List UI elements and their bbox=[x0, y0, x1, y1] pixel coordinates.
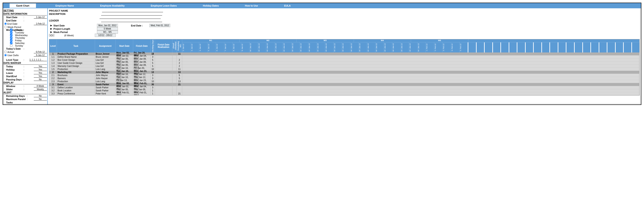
level-type-field[interactable]: 1; 1.1; 1.1.1; .. bbox=[30, 59, 47, 61]
radio-week-period[interactable] bbox=[4, 26, 7, 28]
cell-wd: 1 bbox=[150, 89, 155, 92]
tab-how-to-use[interactable]: How to Use bbox=[238, 4, 264, 8]
startend-field[interactable]: Yes bbox=[34, 75, 47, 78]
remdays-field[interactable]: No bbox=[34, 95, 47, 97]
tab-employee-leave[interactable]: Employee Leave Dates bbox=[144, 4, 183, 8]
description-input-2[interactable] bbox=[100, 16, 160, 19]
timeline-row bbox=[182, 77, 640, 80]
cell-level: 3.2 bbox=[49, 89, 57, 92]
week-header: W1 bbox=[182, 39, 240, 42]
day-header: ## -Jan-12 bbox=[283, 42, 292, 52]
cell-finreal bbox=[155, 62, 172, 65]
maxpar-field[interactable]: No bbox=[34, 98, 47, 100]
day-header: 4 -Jan-12 bbox=[199, 42, 208, 52]
check-wednesday[interactable] bbox=[10, 34, 12, 36]
tab-eula[interactable]: EULA bbox=[278, 4, 297, 8]
cell-assign: Sarah Parker bbox=[95, 83, 116, 86]
tab-employee-name[interactable]: Employee Name bbox=[49, 4, 81, 8]
cell-finreal bbox=[155, 52, 172, 56]
cell-wd: 1 bbox=[150, 92, 155, 95]
cell-level: 3.3 bbox=[49, 92, 57, 95]
timeline-row bbox=[182, 71, 640, 74]
cell-ahead bbox=[172, 89, 177, 92]
cell-level: 3.1 bbox=[49, 86, 57, 89]
sum-weekper-label: Week Period bbox=[54, 31, 77, 33]
check-friday[interactable] bbox=[10, 39, 12, 42]
cell-ahead bbox=[172, 59, 177, 62]
holiday-field[interactable]: Yes bbox=[34, 68, 47, 71]
day-header: 9 -Jan-12 bbox=[241, 42, 250, 52]
day-header: ## -Jan-12 bbox=[375, 42, 384, 52]
table-row[interactable]: 3.3Press ConferencePeter KentWed, Feb 01… bbox=[49, 92, 640, 95]
description-label: DESCRIPTION bbox=[49, 13, 66, 15]
timeline-row bbox=[182, 86, 640, 89]
cell-task: Marketing Kit bbox=[57, 71, 95, 74]
spinner-right-icon[interactable]: ▸ bbox=[52, 34, 54, 37]
hdr-finreal: Finish Date Realization bbox=[155, 39, 172, 52]
day-header: ## -Jan-12 bbox=[274, 42, 283, 52]
hdr-ahead: Ahead of/Behind bbox=[172, 39, 177, 52]
day-header: 2 -Jan-12 bbox=[182, 42, 191, 52]
cell-task: Define Brand Name bbox=[57, 56, 95, 59]
day-header: 7 -Jan-12 bbox=[224, 42, 233, 52]
day-header: ## -Jan-12 bbox=[342, 42, 350, 52]
spinner-label: (8 Week) bbox=[54, 34, 75, 37]
tab-holiday-dates[interactable]: Holiday Dates bbox=[196, 4, 225, 8]
window-field[interactable]: 8 Week bbox=[34, 85, 47, 87]
slider-label: Slider bbox=[6, 88, 24, 91]
tab-employee-availability[interactable]: Employee Availability bbox=[94, 4, 131, 8]
cell-wd: 5 bbox=[150, 65, 155, 68]
sum-projlen-label: Project Length bbox=[54, 28, 77, 30]
check-monday[interactable] bbox=[10, 29, 12, 31]
check-thursday[interactable] bbox=[10, 37, 12, 39]
leader-input[interactable] bbox=[101, 19, 162, 22]
cell-remwd bbox=[177, 86, 182, 89]
cell-finreal bbox=[155, 86, 172, 89]
cell-assign: Lois Lang bbox=[95, 80, 116, 83]
day-header: ## -Jan-12 bbox=[325, 42, 334, 52]
day-header: ## -Jan-12 bbox=[300, 42, 308, 52]
sidebar: SETTING DATE INFORMATION Start Date:2-Ja… bbox=[3, 8, 48, 104]
cell-remwd bbox=[177, 56, 182, 59]
day-header: ## -Jan-12 bbox=[317, 42, 325, 52]
radio-actual[interactable] bbox=[4, 51, 7, 53]
cell-level: 3 bbox=[49, 83, 57, 86]
passing-field[interactable]: No bbox=[34, 78, 47, 81]
project-name-label: PROJECT NAME bbox=[49, 10, 68, 12]
timeline-row bbox=[182, 92, 640, 95]
remdays-label: Remaining Days bbox=[6, 95, 27, 97]
actual-date-field[interactable]: 6-Feb-12 bbox=[34, 51, 47, 53]
cell-wd: 5 bbox=[150, 62, 155, 65]
day-header: 5 -Jan-12 bbox=[208, 42, 216, 52]
timeline-row bbox=[182, 80, 640, 83]
day-header: ## -Jan-12 bbox=[350, 42, 359, 52]
tab-gantt[interactable]: Gantt Chart bbox=[10, 4, 36, 8]
cell-remwd: 21 bbox=[177, 83, 182, 86]
radio-userdef[interactable] bbox=[4, 54, 7, 56]
cell-task: Define Location bbox=[57, 86, 95, 89]
cell-ahead bbox=[172, 83, 177, 86]
cell-remwd: 11 bbox=[177, 68, 182, 71]
cell-finish: Wed, Feb 01, 2012 bbox=[133, 92, 150, 95]
check-tuesday[interactable] bbox=[10, 31, 12, 34]
extra-weeks bbox=[468, 39, 640, 42]
cell-ahead bbox=[172, 65, 177, 68]
cell-wd: 10 bbox=[150, 68, 155, 71]
start-date-field[interactable]: 2-Jan-12 bbox=[34, 16, 47, 19]
slider-field[interactable]: Weekly bbox=[34, 88, 47, 91]
today-field[interactable]: Yes bbox=[34, 65, 47, 68]
day-header: ## -Jan-12 bbox=[258, 42, 266, 52]
description-input[interactable] bbox=[101, 13, 162, 16]
radio-end-date[interactable] bbox=[4, 23, 7, 25]
check-saturday[interactable] bbox=[10, 42, 12, 44]
leave-field[interactable]: Yes bbox=[34, 72, 47, 74]
end-date-field[interactable]: 1-Feb-12 bbox=[34, 23, 47, 25]
project-name-input[interactable] bbox=[102, 9, 163, 12]
check-sunday[interactable] bbox=[10, 44, 12, 47]
cell-wd: 5 bbox=[150, 59, 155, 62]
cell-ahead bbox=[172, 86, 177, 89]
userdef-date-field[interactable]: 8-Jan-12 bbox=[34, 54, 47, 57]
spinner-left-icon[interactable]: ◂ bbox=[49, 34, 52, 37]
cell-level: 1.2 bbox=[49, 59, 57, 62]
day-header: ## -Jan-12 bbox=[358, 42, 367, 52]
